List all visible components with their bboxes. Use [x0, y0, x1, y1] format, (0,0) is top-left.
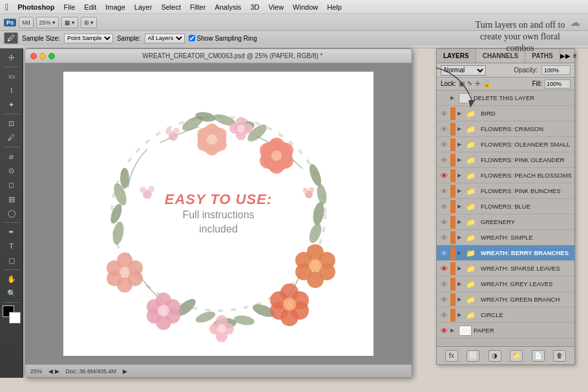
layer-expand-arrow[interactable]: ▶: [457, 281, 464, 287]
layer-visibility-eye[interactable]: 👁: [439, 234, 448, 242]
tool-brush[interactable]: ⌀: [3, 150, 21, 163]
new-layer-button[interactable]: 📄: [532, 350, 545, 362]
tool-eyedropper[interactable]: 🖊: [3, 131, 21, 144]
lock-move-icon[interactable]: ✛: [475, 80, 480, 87]
eyedropper-icon[interactable]: 🖊: [4, 32, 18, 44]
apple-logo[interactable]: : [5, 2, 8, 12]
menu-filter[interactable]: Filter: [186, 0, 209, 14]
layer-expand-arrow[interactable]: ▶: [457, 219, 464, 225]
opacity-input[interactable]: 100%: [541, 65, 571, 75]
layer-expand-arrow[interactable]: ▶: [457, 250, 464, 256]
layer-visibility-eye[interactable]: 👁: [439, 125, 448, 133]
minimize-button[interactable]: [39, 53, 46, 59]
toolbar-btn-option1[interactable]: ▦▾: [61, 17, 78, 28]
lock-transparency-icon[interactable]: ▣: [459, 80, 465, 87]
layer-item[interactable]: 👁▶📁WREATH: GREEN BRANCH: [437, 292, 574, 307]
toolbar-btn-md[interactable]: Md: [19, 17, 34, 28]
menu-image[interactable]: Image: [101, 0, 129, 14]
menu-layer[interactable]: Layer: [131, 0, 156, 14]
layer-visibility-eye[interactable]: 👁: [439, 187, 448, 195]
layer-visibility-eye[interactable]: 👁: [439, 311, 448, 319]
tool-pen[interactable]: ✒: [3, 225, 21, 238]
layer-item[interactable]: 👁▶📁GREENERY: [437, 214, 574, 230]
layer-expand-arrow[interactable]: ▶: [457, 110, 464, 116]
layer-item[interactable]: 👁▶📁WREATH: SPARSE LEAVES: [437, 261, 574, 276]
layer-visibility-eye[interactable]: 👁: [439, 265, 448, 273]
tool-stamp[interactable]: ⊙: [3, 164, 21, 177]
layer-expand-arrow[interactable]: ▶: [457, 188, 464, 194]
tool-gradient[interactable]: ▤: [3, 192, 21, 205]
delete-layer-button[interactable]: 🗑: [553, 350, 566, 362]
tool-wand[interactable]: ✦: [3, 98, 21, 111]
close-button[interactable]: [30, 53, 37, 59]
tool-shape[interactable]: ▢: [3, 254, 21, 267]
layer-item[interactable]: ▶DELETE THIS LAYER: [437, 90, 574, 106]
layer-visibility-eye[interactable]: 👁: [439, 203, 448, 211]
menu-view[interactable]: View: [264, 0, 288, 14]
layer-expand-arrow[interactable]: ▶: [457, 172, 464, 178]
layer-expand-arrow[interactable]: ▶: [457, 312, 464, 318]
sampling-ring-checkbox[interactable]: [189, 35, 195, 41]
layer-visibility-eye[interactable]: 👁: [439, 172, 448, 180]
new-adjustment-button[interactable]: ◑: [488, 350, 501, 362]
layer-expand-arrow[interactable]: ▶: [457, 296, 464, 302]
maximize-button[interactable]: [48, 53, 55, 59]
menu-file[interactable]: File: [60, 0, 79, 14]
layer-visibility-eye[interactable]: 👁: [439, 218, 448, 226]
sample-size-select[interactable]: Point Sample: [64, 34, 113, 43]
layer-expand-arrow[interactable]: ▶: [450, 95, 457, 101]
fill-input[interactable]: 100%: [545, 79, 571, 88]
layer-expand-arrow[interactable]: ▶: [457, 234, 464, 240]
menu-3d[interactable]: 3D: [246, 0, 263, 14]
layer-expand-arrow[interactable]: ▶: [450, 327, 457, 333]
layers-options-icon[interactable]: ≡: [573, 52, 577, 59]
layer-visibility-eye[interactable]: 👁: [439, 249, 448, 257]
menu-analysis[interactable]: Analysis: [211, 0, 245, 14]
blend-mode-select[interactable]: Normal: [441, 65, 486, 76]
layer-item[interactable]: 👁▶📁CIRCLE: [437, 307, 574, 323]
menu-help[interactable]: Help: [323, 0, 346, 14]
tool-move[interactable]: ✢: [3, 51, 21, 64]
layer-visibility-eye[interactable]: 👁: [439, 141, 448, 149]
add-mask-button[interactable]: ⬜: [467, 350, 479, 362]
layer-item[interactable]: 👁▶📁FLOWERS: PINK BUNCHES: [437, 183, 574, 199]
layer-item[interactable]: 👁▶📁FLOWERS: PEACH BLOSSOMS: [437, 168, 574, 183]
lock-brush-icon[interactable]: ✎: [467, 80, 472, 87]
layer-visibility-eye[interactable]: 👁: [439, 296, 448, 304]
app-name[interactable]: Photoshop: [14, 0, 58, 14]
layer-visibility-eye[interactable]: 👁: [439, 327, 448, 335]
layer-item[interactable]: 👁▶📁WREATH: GREY LEAVES: [437, 276, 574, 292]
layer-item[interactable]: 👁▶📁FLOWERS: CRIMSON: [437, 121, 574, 137]
layer-item[interactable]: 👁▶📁FLOWERS: PINK OLEANDER: [437, 152, 574, 168]
sample-select[interactable]: All Layers: [145, 34, 185, 43]
background-color[interactable]: [9, 312, 21, 324]
toolbar-btn-option2[interactable]: ⊞▾: [81, 17, 97, 28]
tool-crop[interactable]: ⊡: [3, 117, 21, 130]
layer-expand-arrow[interactable]: ▶: [457, 126, 464, 132]
tool-hand[interactable]: ✋: [3, 273, 21, 285]
menu-window[interactable]: Window: [289, 0, 322, 14]
layer-visibility-eye[interactable]: 👁: [439, 156, 448, 164]
layer-item[interactable]: 👁▶📁FLOWERS: OLEANDER SMALL: [437, 137, 574, 152]
lock-all-icon[interactable]: 🔒: [483, 80, 490, 87]
layer-item[interactable]: 👁▶📁WREATH: SIMPLE: [437, 230, 574, 245]
tool-lasso[interactable]: ⌇: [3, 84, 21, 97]
layer-expand-arrow[interactable]: ▶: [457, 265, 464, 271]
layer-item[interactable]: 👁▶PAPER: [437, 323, 574, 338]
layer-item[interactable]: 👁▶📁BIRD: [437, 106, 574, 121]
menu-select[interactable]: Select: [157, 0, 185, 14]
toolbar-btn-zoom[interactable]: 25%▾: [36, 17, 59, 28]
layer-expand-arrow[interactable]: ▶: [457, 157, 464, 163]
layer-item[interactable]: 👁▶📁FLOWERS: BLUE: [437, 199, 574, 214]
tool-marquee[interactable]: ▭: [3, 70, 21, 83]
tool-text[interactable]: T: [3, 240, 21, 253]
layer-expand-arrow[interactable]: ▶: [457, 203, 464, 209]
tool-dodge[interactable]: ◯: [3, 207, 21, 220]
tool-zoom[interactable]: 🔍: [3, 287, 21, 300]
layer-expand-arrow[interactable]: ▶: [457, 141, 464, 147]
layer-visibility-eye[interactable]: 👁: [439, 280, 448, 288]
layer-item[interactable]: 👁▶📁WREATH: BERRY BRANCHES: [437, 245, 574, 261]
add-style-button[interactable]: fx: [445, 350, 458, 362]
menu-edit[interactable]: Edit: [80, 0, 100, 14]
new-group-button[interactable]: 📁: [510, 350, 523, 362]
